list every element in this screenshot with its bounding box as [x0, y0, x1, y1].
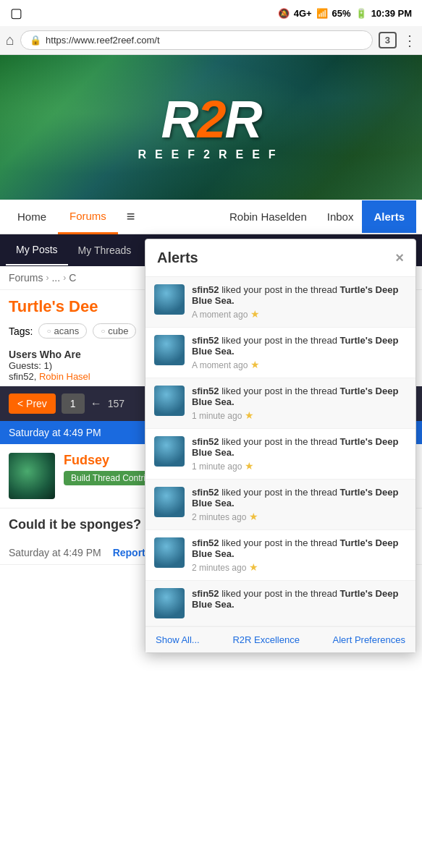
breadcrumb-arrow-1: ›: [46, 273, 48, 283]
alert-avatar: [154, 284, 185, 315]
browser-bar: ⌂ 🔒 https://www.reef2reef.com/t 3 ⋮: [0, 26, 422, 55]
site-logo: R2R REEF2REEF: [138, 93, 284, 161]
nav-bar: Home Forums ≡ Robin Haselden Inbox Alert…: [0, 200, 422, 234]
instagram-icon: ▢: [10, 5, 22, 21]
more-options-icon[interactable]: ⋮: [402, 32, 416, 49]
alert-time: A moment ago ★: [192, 359, 407, 370]
tag-acans[interactable]: acans: [38, 323, 87, 339]
show-all-link[interactable]: Show All...: [156, 634, 200, 645]
users-online-title: Users Who Are: [9, 349, 81, 360]
site-banner: R2R REEF2REEF: [0, 55, 422, 200]
alert-item[interactable]: sfin52 liked your post in the thread Tur…: [145, 480, 415, 530]
logo-two: 2: [197, 90, 224, 148]
alert-avatar: [154, 588, 185, 618]
signal-text: 4G+: [294, 8, 312, 19]
nav-alerts[interactable]: Alerts: [362, 200, 416, 233]
nav-forums[interactable]: Forums: [58, 200, 118, 234]
arrow-icon: ←: [90, 397, 102, 410]
breadcrumb-arrow-2: ›: [63, 273, 66, 283]
alert-avatar: [154, 487, 185, 517]
report-link[interactable]: Report: [113, 547, 145, 558]
alerts-header: Alerts ×: [145, 239, 415, 277]
url-text: https://www.reef2reef.com/t: [46, 35, 160, 46]
alert-username: sfin52: [192, 436, 219, 447]
alert-avatar: [154, 436, 185, 467]
alert-text: sfin52 liked your post in the thread Tur…: [192, 436, 407, 472]
alert-username: sfin52: [192, 487, 219, 498]
logo-r-left: R: [161, 90, 197, 148]
home-icon[interactable]: ⌂: [6, 32, 14, 48]
total-pages: 157: [108, 398, 125, 409]
alerts-dropdown: Alerts × sfin52 liked your post in the t…: [145, 239, 416, 653]
alert-star-icon: ★: [250, 359, 260, 370]
tab-my-posts[interactable]: My Posts: [6, 235, 68, 265]
alert-text: sfin52 liked your post in the thread Tur…: [192, 588, 407, 612]
time-text: 10:39 PM: [371, 8, 412, 19]
alert-action: liked your post in the thread: [221, 487, 339, 498]
page-wrapper: ▢ 🔕 4G+ 📶 65% 🔋 10:39 PM ⌂ 🔒 https://www…: [0, 0, 422, 565]
lock-icon: 🔒: [30, 35, 41, 46]
alert-time: 1 minute ago ★: [192, 460, 407, 472]
alert-star-icon: ★: [250, 308, 260, 320]
alert-time: 2 minutes ago ★: [192, 511, 407, 522]
current-page: 1: [62, 393, 85, 414]
alert-star-icon: ★: [249, 511, 258, 522]
battery-text: 65%: [332, 8, 351, 19]
logo-subtitle: REEF2REEF: [138, 148, 284, 161]
alert-action: liked your post in the thread: [221, 284, 339, 295]
alert-text: sfin52 liked your post in the thread Tur…: [192, 386, 407, 421]
tag-cube[interactable]: cube: [93, 323, 136, 339]
tags-label: Tags:: [9, 326, 33, 337]
alert-item[interactable]: sfin52 liked your post in the thread Tur…: [145, 277, 415, 328]
alert-star-icon: ★: [245, 460, 254, 472]
tab-count[interactable]: 3: [379, 32, 397, 48]
hamburger-icon[interactable]: ≡: [118, 208, 144, 225]
avatar-image: [9, 453, 55, 499]
nav-username[interactable]: Robin Haselden: [218, 200, 318, 233]
alert-item[interactable]: sfin52 liked your post in the thread Tur…: [145, 429, 415, 480]
alert-username: sfin52: [192, 537, 219, 548]
prev-page-button[interactable]: < Prev: [9, 393, 56, 414]
signal-bars-icon: 📶: [316, 8, 328, 19]
breadcrumb-current: C: [69, 272, 76, 284]
alert-action: liked your post in the thread: [221, 335, 339, 346]
alert-star-icon: ★: [245, 409, 254, 421]
r2r-excellence-link[interactable]: R2R Excellence: [232, 634, 300, 645]
alert-avatar: [154, 335, 185, 365]
alert-username: sfin52: [192, 588, 219, 599]
alert-item[interactable]: sfin52 liked your post in the thread Tur…: [145, 530, 415, 581]
alert-time: 2 minutes ago ★: [192, 561, 407, 573]
alert-text: sfin52 liked your post in the thread Tur…: [192, 487, 407, 522]
tab-my-threads[interactable]: My Threads: [68, 236, 142, 265]
alert-text: sfin52 liked your post in the thread Tur…: [192, 284, 407, 320]
user-robin[interactable]: Robin Hasel: [39, 371, 90, 382]
alert-item[interactable]: sfin52 liked your post in the thread Tur…: [145, 581, 415, 626]
nav-inbox[interactable]: Inbox: [318, 200, 363, 233]
battery-icon: 🔋: [355, 8, 367, 19]
alert-action: liked your post in the thread: [221, 537, 339, 548]
alerts-title: Alerts: [157, 250, 198, 266]
status-bar: ▢ 🔕 4G+ 📶 65% 🔋 10:39 PM: [0, 0, 422, 26]
alert-avatar: [154, 537, 185, 568]
alert-username: sfin52: [192, 386, 219, 396]
user-sfin52[interactable]: sfin52,: [9, 371, 39, 382]
alert-action: liked your post in the thread: [221, 588, 339, 599]
alert-item[interactable]: sfin52 liked your post in the thread Tur…: [145, 378, 415, 429]
alert-username: sfin52: [192, 335, 219, 346]
post-date: Saturday at 4:49 PM: [9, 547, 101, 558]
alerts-close-button[interactable]: ×: [395, 250, 404, 266]
nav-home[interactable]: Home: [6, 200, 58, 233]
logo-r-right: R: [225, 90, 261, 148]
alert-action: liked your post in the thread: [221, 436, 339, 447]
alert-preferences-link[interactable]: Alert Preferences: [333, 634, 405, 645]
alert-time: A moment ago ★: [192, 308, 407, 320]
alert-action: liked your post in the thread: [221, 386, 339, 396]
url-bar[interactable]: 🔒 https://www.reef2reef.com/t: [20, 30, 373, 50]
breadcrumb-ellipsis[interactable]: ...: [51, 272, 60, 284]
alert-avatar: [154, 386, 185, 416]
alert-text: sfin52 liked your post in the thread Tur…: [192, 537, 407, 573]
breadcrumb-forums[interactable]: Forums: [9, 272, 43, 284]
alert-item[interactable]: sfin52 liked your post in the thread Tur…: [145, 328, 415, 378]
alert-username: sfin52: [192, 284, 219, 295]
logo-text: R2R: [138, 93, 284, 145]
